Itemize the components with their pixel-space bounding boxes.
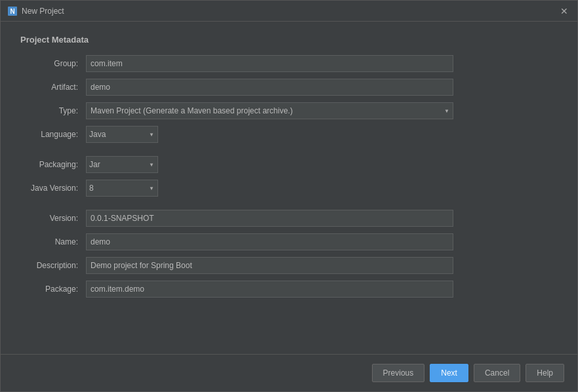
packaging-select[interactable]: Jar War <box>86 156 158 173</box>
java-version-row: Java Version: 8 11 17 21 <box>20 180 558 197</box>
artifact-label: Artifact: <box>20 83 86 92</box>
package-label: Package: <box>20 284 86 294</box>
description-input[interactable] <box>86 257 453 274</box>
type-row: Type: Maven Project (Generate a Maven ba… <box>20 102 558 119</box>
type-select-wrapper: Maven Project (Generate a Maven based pr… <box>86 102 453 119</box>
next-button[interactable]: Next <box>430 364 468 382</box>
close-button[interactable]: ✕ <box>558 5 571 18</box>
version-row: Version: <box>20 210 558 227</box>
description-row: Description: <box>20 257 558 274</box>
group-label: Group: <box>20 59 86 68</box>
name-label: Name: <box>20 237 86 246</box>
name-input[interactable] <box>86 233 453 250</box>
window-title: New Project <box>22 7 64 16</box>
language-select[interactable]: Java Kotlin Groovy <box>86 126 158 143</box>
group-row: Group: <box>20 55 558 72</box>
java-version-select[interactable]: 8 11 17 21 <box>86 180 158 197</box>
title-bar: N New Project ✕ <box>1 1 577 22</box>
version-label: Version: <box>20 214 86 223</box>
help-button[interactable]: Help <box>526 364 564 382</box>
version-input[interactable] <box>86 210 453 227</box>
packaging-select-wrapper: Jar War <box>86 156 158 173</box>
artifact-row: Artifact: <box>20 79 558 96</box>
packaging-label: Packaging: <box>20 160 86 169</box>
java-version-label: Java Version: <box>20 184 86 193</box>
section-title: Project Metadata <box>20 35 558 45</box>
footer: Previous Next Cancel Help <box>1 354 577 391</box>
window-icon: N <box>7 6 18 16</box>
title-bar-left: N New Project <box>7 6 64 16</box>
language-select-wrapper: Java Kotlin Groovy <box>86 126 158 143</box>
group-input[interactable] <box>86 55 453 72</box>
language-row: Language: Java Kotlin Groovy <box>20 126 558 143</box>
new-project-window: N New Project ✕ Project Metadata Group: … <box>0 0 578 392</box>
language-label: Language: <box>20 130 86 139</box>
svg-text:N: N <box>10 8 14 15</box>
artifact-input[interactable] <box>86 79 453 96</box>
package-row: Package: <box>20 281 558 298</box>
type-label: Type: <box>20 106 86 115</box>
description-label: Description: <box>20 261 86 270</box>
previous-button[interactable]: Previous <box>372 364 425 382</box>
package-input[interactable] <box>86 281 453 298</box>
cancel-button[interactable]: Cancel <box>474 364 520 382</box>
java-version-select-wrapper: 8 11 17 21 <box>86 180 158 197</box>
type-select[interactable]: Maven Project (Generate a Maven based pr… <box>86 102 453 119</box>
content-area: Project Metadata Group: Artifact: Type: … <box>1 22 577 354</box>
name-row: Name: <box>20 233 558 250</box>
packaging-row: Packaging: Jar War <box>20 156 558 173</box>
